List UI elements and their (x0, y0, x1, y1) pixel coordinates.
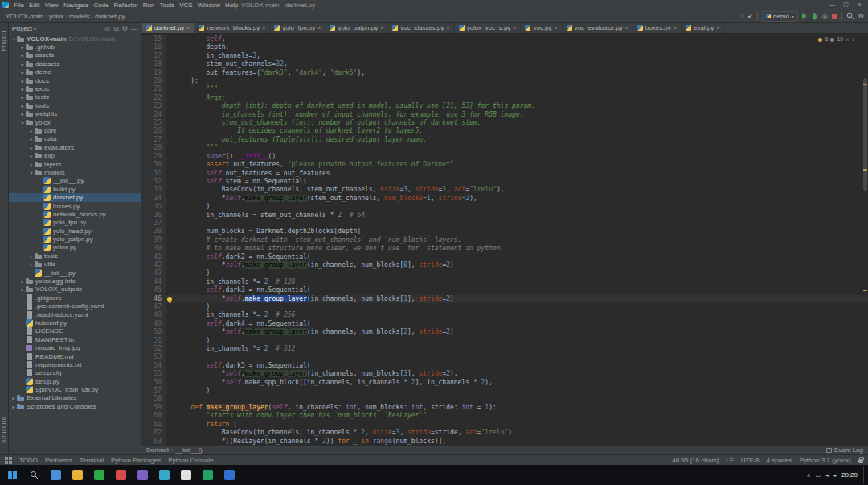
menu-run[interactable]: Run (141, 2, 158, 9)
tree-item-exps[interactable]: ▸exps (9, 84, 141, 92)
code-text[interactable]: return [ (175, 421, 868, 429)
code-text[interactable]: """ (175, 144, 868, 152)
tree-item-weights[interactable]: ▸weights (9, 110, 141, 118)
statusbar-python-console[interactable]: Python Console (168, 457, 213, 464)
tray-icon[interactable]: ∧ (806, 472, 810, 479)
editor-tab-darknet.py[interactable]: darknet.py× (142, 23, 194, 33)
collapse-all-icon[interactable]: ⊟ (113, 25, 119, 32)
close-tab-icon[interactable]: × (317, 25, 321, 31)
code-text[interactable]: *self.make_group_layer(in_channels, num_… (175, 261, 868, 269)
tray-icon[interactable]: ◂ (825, 472, 829, 479)
statusbar-widget[interactable]: Python 3.7 (yolox) (800, 457, 851, 464)
code-text[interactable]: super().__init__() (175, 153, 868, 161)
code-text[interactable]: depth, (175, 43, 868, 51)
line-number[interactable]: 19 (141, 69, 166, 77)
code-text[interactable]: out_features=("dark3", "dark4", "dark5")… (175, 69, 868, 77)
taskbar-clock[interactable]: 20:20 (841, 471, 858, 479)
editor-tab-yolox_voc_s.py[interactable]: yolox_voc_s.py× (455, 23, 522, 33)
line-number[interactable]: 61 (141, 421, 166, 429)
code-text[interactable]: in_channels (int): number of input chann… (175, 111, 868, 119)
line-number[interactable]: 60 (141, 412, 166, 420)
taskbar-app-icon[interactable] (219, 466, 239, 484)
code-text[interactable]: """ (175, 85, 868, 93)
code-editor[interactable]: 15 self,16 depth,17 in_channels=3,18 ste… (141, 34, 868, 445)
tree-item-requirements.txt[interactable]: requirements.txt (9, 360, 141, 368)
code-text[interactable]: self.out_features = out_features (175, 170, 868, 178)
editor-breadcrumb-Darknet[interactable]: Darknet (146, 446, 169, 454)
editor-tab-yolo_fpn.py[interactable]: yolo_fpn.py× (270, 23, 326, 33)
tool-window-button-project[interactable]: Project (1, 31, 6, 51)
code-text[interactable]: ) (175, 303, 868, 311)
tree-item-LICENSE[interactable]: LICENSE (9, 327, 141, 335)
show-desktop-button[interactable] (863, 466, 866, 484)
tree-item-evaluators[interactable]: ▸evaluators (9, 143, 141, 151)
tree-item-External Libraries[interactable]: ▸External Libraries (9, 394, 141, 402)
menu-code[interactable]: Code (91, 2, 111, 9)
line-number[interactable]: 49 (141, 320, 166, 328)
tree-item-layers[interactable]: ▸layers (9, 160, 141, 168)
lock-icon[interactable] (858, 459, 863, 463)
code-text[interactable]: *self.make_group_layer(stem_out_channels… (175, 195, 868, 203)
close-tab-icon[interactable]: × (716, 25, 719, 31)
nav-breadcrumb-yolox[interactable]: yolox (47, 13, 66, 20)
editor-tab-boxes.py[interactable]: boxes.py× (633, 23, 682, 33)
line-number[interactable]: 38 (141, 228, 166, 236)
menu-vcs[interactable]: VCS (177, 2, 194, 9)
close-tab-icon[interactable]: × (262, 25, 265, 31)
code-text[interactable]: *[(ResLayer(in_channels * 2)) for _ in r… (175, 438, 868, 446)
code-text[interactable]: It decides channels of darknet layer2 to… (175, 127, 868, 135)
code-text[interactable]: *self.make_group_layer(in_channels, num_… (175, 328, 868, 336)
line-number[interactable]: 51 (141, 337, 166, 345)
line-number[interactable]: 27 (141, 136, 166, 144)
code-text[interactable]: ) (175, 337, 868, 345)
line-number[interactable]: 15 (141, 35, 166, 43)
line-number[interactable]: 32 (141, 178, 166, 186)
line-number[interactable]: 42 (141, 261, 166, 269)
maximize-button[interactable]: ▢ (839, 2, 853, 8)
inspections-widget[interactable]: 610∧∨ (818, 35, 855, 43)
taskbar-app-icon[interactable] (111, 466, 130, 484)
line-number[interactable]: 48 (141, 311, 166, 319)
start-button[interactable] (2, 466, 22, 484)
search-everywhere-icon[interactable] (846, 12, 854, 20)
line-number[interactable]: 44 (141, 278, 166, 286)
tool-window-button-structure[interactable]: Structure (1, 417, 6, 443)
editor-tab-voc.py[interactable]: voc.py× (521, 23, 562, 33)
statusbar-widget[interactable]: 46:35 (16 chars) (672, 457, 719, 464)
close-tab-icon[interactable]: × (186, 25, 190, 31)
settings-gear-icon[interactable]: ⚙ (858, 13, 864, 20)
code-text[interactable]: "starts with conv layer then has `num_bl… (175, 412, 868, 420)
menu-file[interactable]: File (11, 2, 27, 9)
line-number[interactable]: 39 (141, 236, 166, 245)
code-text[interactable]: assert out_features, "please provide out… (175, 161, 868, 169)
code-text[interactable]: # to make model structure more clear, we… (175, 245, 868, 253)
code-text[interactable]: depth (int): depth of darknet used in mo… (175, 102, 868, 110)
editor-breadcrumb-__init__()[interactable]: __init__() (175, 446, 202, 454)
statusbar-widget[interactable]: LF (726, 457, 733, 464)
vcs-update-icon[interactable]: ↓ (740, 13, 743, 20)
line-number[interactable]: 35 (141, 203, 166, 211)
code-text[interactable]: stem_out_channels=32, (175, 60, 868, 68)
code-text[interactable]: *self.make_group_layer(in_channels, num_… (175, 370, 868, 378)
coverage-icon[interactable]: ◎ (822, 13, 828, 20)
tray-icon[interactable]: ● (833, 472, 837, 478)
code-text[interactable]: out_features (Tuple[str]): desired outpu… (175, 136, 868, 144)
tree-item-__init__.py[interactable]: __init__.py (9, 269, 141, 277)
editor-tab-network_blocks.py[interactable]: network_blocks.py× (194, 23, 270, 33)
code-text[interactable] (175, 220, 868, 228)
line-number[interactable]: 43 (141, 269, 166, 277)
project-view-selector[interactable]: Project (12, 25, 32, 32)
line-number[interactable]: 57 (141, 387, 166, 395)
menu-edit[interactable]: Edit (27, 2, 43, 9)
tree-item-assets[interactable]: ▸assets (9, 51, 141, 60)
tree-item-.gitignore[interactable]: .gitignore (9, 294, 141, 302)
code-text[interactable]: *self.make_spp_block([in_channels, in_ch… (175, 379, 868, 387)
tree-item-MANIFEST.in[interactable]: MANIFEST.in (9, 335, 141, 343)
tree-item-hubconf.py[interactable]: hubconf.py (9, 319, 141, 327)
tree-item-yolox[interactable]: ▾yolox (9, 118, 141, 126)
tree-item-yolox.py[interactable]: yolox.py (9, 244, 141, 252)
tree-item-YOLOX-main[interactable]: ▾YOLOX-mainD:\YOLOX-main (9, 35, 141, 43)
tree-item-tests[interactable]: ▸tests (9, 93, 141, 101)
run-config-selector[interactable]: demo▾ (762, 11, 798, 22)
line-number[interactable]: 16 (141, 43, 166, 51)
